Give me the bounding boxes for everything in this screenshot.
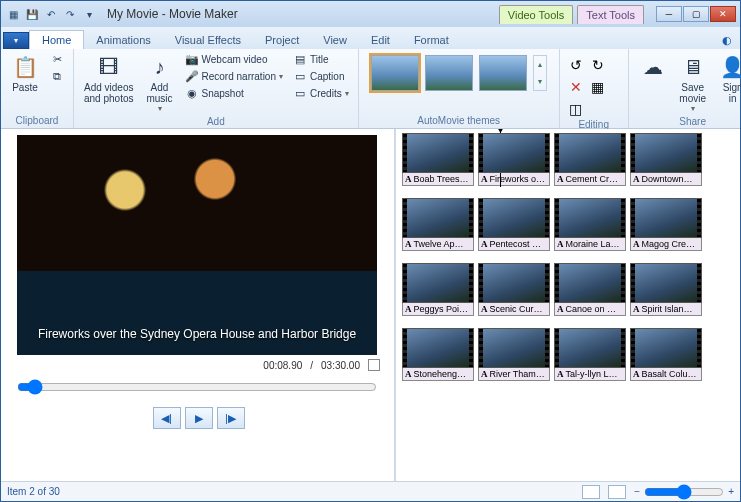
view-thumbnails-button[interactable] — [582, 485, 600, 499]
qat-dropdown-icon[interactable]: ▾ — [81, 6, 97, 22]
clip-label: A Moraine La… — [554, 238, 626, 251]
clip-thumbnail — [554, 198, 626, 238]
clip-thumbnail — [630, 263, 702, 303]
tab-view[interactable]: View — [311, 31, 359, 49]
clip-thumbnail — [402, 133, 474, 173]
prev-frame-button[interactable]: ◀| — [153, 407, 181, 429]
clip-label: A Pentecost … — [478, 238, 550, 251]
clip-item[interactable]: A Peggys Poi… — [402, 263, 474, 316]
transport-controls: ◀| ▶ |▶ — [17, 407, 380, 429]
add-music-button[interactable]: ♪ Add music — [142, 51, 178, 116]
tab-edit[interactable]: Edit — [359, 31, 402, 49]
zoom-control: − + — [634, 484, 734, 500]
sign-in-label: Sign in — [723, 82, 741, 104]
clip-item[interactable]: A Boab Trees… — [402, 133, 474, 186]
context-tab-video-tools[interactable]: Video Tools — [499, 5, 573, 24]
ribbon: 📋 Paste ✂ ⧉ Clipboard 🎞 Add videos and p… — [1, 49, 740, 129]
music-note-icon: ♪ — [146, 53, 174, 81]
zoom-slider[interactable] — [644, 484, 724, 500]
clip-thumbnail — [554, 328, 626, 368]
seek-slider[interactable] — [17, 379, 377, 395]
clip-item[interactable]: A River Tham… — [478, 328, 550, 381]
ribbon-tabs: Home Animations Visual Effects Project V… — [1, 27, 740, 49]
group-label-clipboard: Clipboard — [7, 115, 67, 127]
delete-icon[interactable]: ✕ — [566, 77, 586, 97]
qat-app-icon[interactable]: ▦ — [5, 6, 21, 22]
clip-item[interactable]: A Magog Cre… — [630, 198, 702, 251]
group-label-automovie: AutoMovie themes — [365, 115, 553, 127]
clip-item[interactable]: A Canoe on … — [554, 263, 626, 316]
clipboard-icon: 📋 — [11, 53, 39, 81]
add-music-label: Add music — [146, 82, 172, 104]
snapshot-button[interactable]: ◉Snapshot — [182, 85, 286, 101]
film-photo-icon: 🎞 — [95, 53, 123, 81]
tab-format[interactable]: Format — [402, 31, 461, 49]
file-menu-button[interactable] — [3, 32, 29, 49]
title-button[interactable]: ▤Title — [290, 51, 352, 67]
credits-button[interactable]: ▭Credits — [290, 85, 352, 101]
seek-bar[interactable] — [17, 379, 377, 399]
clip-thumbnail — [554, 133, 626, 173]
tab-visual-effects[interactable]: Visual Effects — [163, 31, 253, 49]
tab-home[interactable]: Home — [29, 30, 84, 49]
webcam-icon: 📷 — [185, 52, 199, 66]
save-movie-button[interactable]: 🖥 Save movie — [675, 51, 711, 116]
minimize-button[interactable]: ─ — [656, 6, 682, 22]
clip-item[interactable]: A Moraine La… — [554, 198, 626, 251]
play-button[interactable]: ▶ — [185, 407, 213, 429]
view-details-button[interactable] — [608, 485, 626, 499]
webcam-video-button[interactable]: 📷Webcam video — [182, 51, 286, 67]
clip-item[interactable]: A Fireworks o… — [478, 133, 550, 186]
automovie-theme-2[interactable] — [425, 55, 473, 91]
zoom-out-icon[interactable]: − — [634, 486, 640, 497]
cut-button[interactable]: ✂ — [47, 51, 67, 67]
caption-button[interactable]: ▭Caption — [290, 68, 352, 84]
preview-monitor[interactable]: Fireworks over the Sydney Opera House an… — [17, 135, 377, 355]
automovie-theme-3[interactable] — [479, 55, 527, 91]
clip-row: A Twelve Ap…A Pentecost …A Moraine La…A … — [402, 198, 736, 251]
rotate-right-icon[interactable]: ↻ — [588, 55, 608, 75]
window-title: My Movie - Movie Maker — [107, 7, 238, 21]
clip-item[interactable]: A Stoneheng… — [402, 328, 474, 381]
time-total: 03:30.00 — [321, 360, 360, 371]
signin-icon: 👤 — [719, 53, 741, 81]
automovie-gallery-more[interactable]: ▴▾ — [533, 55, 547, 91]
clip-item[interactable]: A Downtown… — [630, 133, 702, 186]
zoom-in-icon[interactable]: + — [728, 486, 734, 497]
snapshot-icon: ◉ — [185, 86, 199, 100]
close-button[interactable]: ✕ — [710, 6, 736, 22]
trim-icon[interactable]: ◫ — [566, 99, 586, 119]
context-tab-text-tools[interactable]: Text Tools — [577, 5, 644, 24]
next-frame-button[interactable]: |▶ — [217, 407, 245, 429]
storyboard-pane[interactable]: A Boab Trees…A Fireworks o…A Cement Cr…A… — [394, 129, 740, 481]
maximize-button[interactable]: ▢ — [683, 6, 709, 22]
tab-animations[interactable]: Animations — [84, 31, 162, 49]
clip-item[interactable]: A Spirit Islan… — [630, 263, 702, 316]
group-share: ☁ 🖥 Save movie 👤 Sign in Share — [629, 49, 741, 128]
sign-in-button[interactable]: 👤 Sign in — [715, 51, 741, 106]
clip-item[interactable]: A Cement Cr… — [554, 133, 626, 186]
copy-button[interactable]: ⧉ — [47, 68, 67, 84]
clip-item[interactable]: A Basalt Colu… — [630, 328, 702, 381]
clip-item[interactable]: A Pentecost … — [478, 198, 550, 251]
qat-redo-icon[interactable]: ↷ — [62, 6, 78, 22]
qat-save-icon[interactable]: 💾 — [24, 6, 40, 22]
copy-icon: ⧉ — [50, 69, 64, 83]
record-narration-button[interactable]: 🎤Record narration — [182, 68, 286, 84]
clip-item[interactable]: A Twelve Ap… — [402, 198, 474, 251]
automovie-theme-1[interactable] — [371, 55, 419, 91]
tab-project[interactable]: Project — [253, 31, 311, 49]
help-icon[interactable]: ◐ — [714, 32, 740, 49]
fullscreen-icon[interactable] — [368, 359, 380, 371]
microphone-icon: 🎤 — [185, 69, 199, 83]
qat-undo-icon[interactable]: ↶ — [43, 6, 59, 22]
clip-label: A Cement Cr… — [554, 173, 626, 186]
clip-item[interactable]: A Scenic Cur… — [478, 263, 550, 316]
add-videos-photos-button[interactable]: 🎞 Add videos and photos — [80, 51, 138, 106]
clip-item[interactable]: A Tal-y-llyn L… — [554, 328, 626, 381]
select-all-icon[interactable]: ▦ — [588, 77, 608, 97]
rotate-left-icon[interactable]: ↺ — [566, 55, 586, 75]
clip-label: A Spirit Islan… — [630, 303, 702, 316]
paste-button[interactable]: 📋 Paste — [7, 51, 43, 95]
onedrive-button[interactable]: ☁ — [635, 51, 671, 83]
